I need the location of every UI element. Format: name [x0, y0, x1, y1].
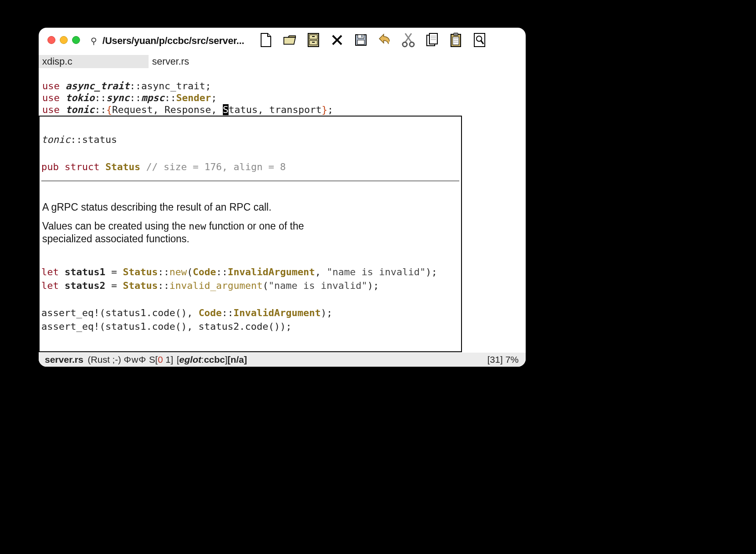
titlebar: ⚲ /Users/yuan/p/ccbc/src/server... — [39, 28, 526, 55]
undo-icon[interactable] — [378, 33, 391, 47]
tab-server-rs[interactable]: server.rs — [149, 55, 197, 68]
svg-rect-7 — [357, 40, 364, 44]
popup-example: let status1 = Status::new(Code::InvalidA… — [41, 265, 459, 333]
svg-rect-17 — [454, 33, 458, 36]
svg-rect-6 — [358, 35, 364, 38]
popup-signature: tonic::status pub struct Status // size … — [41, 133, 459, 178]
zoom-window-button[interactable] — [72, 36, 80, 44]
code-line: use tokio::sync::mpsc::Sender; — [42, 92, 217, 103]
svg-rect-22 — [474, 33, 485, 47]
svg-rect-12 — [429, 33, 437, 44]
modeline-position: [31] 7% — [487, 354, 519, 365]
kill-buffer-icon[interactable] — [331, 33, 344, 47]
svg-rect-3 — [312, 36, 315, 37]
toolbar — [259, 33, 486, 47]
popup-doc: A gRPC status describing the result of a… — [41, 201, 337, 245]
code-line: use tonic::{Request, Response, Status, t… — [42, 104, 333, 115]
tab-xdisp[interactable]: xdisp.c — [39, 55, 149, 68]
code-editor[interactable]: use async_trait::async_trait; use tokio:… — [39, 68, 526, 352]
editor-window: ⚲ /Users/yuan/p/ccbc/src/server... — [39, 28, 526, 367]
modeline-indicator: ΦwΦ — [124, 354, 146, 365]
lsp-hover-popup: tonic::status pub struct Status // size … — [39, 116, 462, 352]
modeline-filename: server.rs — [45, 354, 84, 365]
minimize-window-button[interactable] — [60, 36, 68, 44]
popup-divider — [41, 181, 459, 181]
window-title: /Users/yuan/p/ccbc/src/server... — [102, 35, 244, 47]
search-icon[interactable] — [473, 33, 486, 47]
vc-indicator-icon: ⚲ — [91, 36, 97, 46]
paste-icon[interactable] — [449, 33, 462, 47]
modeline-na: [n/a] — [228, 354, 247, 365]
tab-bar: xdisp.c server.rs — [39, 55, 526, 68]
svg-point-10 — [410, 42, 414, 47]
svg-point-9 — [403, 42, 407, 47]
open-folder-icon[interactable] — [283, 33, 296, 47]
copy-icon[interactable] — [425, 33, 439, 47]
directory-icon[interactable] — [307, 33, 320, 47]
svg-rect-4 — [312, 42, 315, 43]
modeline-eglot: [eglot:ccbc] — [177, 354, 228, 365]
new-file-icon[interactable] — [259, 33, 273, 47]
modeline-flycheck: S[0 1] — [149, 354, 173, 365]
modeline-major-mode: (Rust ;-) — [88, 354, 121, 365]
svg-rect-18 — [453, 37, 459, 45]
close-window-button[interactable] — [47, 36, 55, 44]
cut-icon[interactable] — [402, 33, 415, 47]
modeline[interactable]: server.rs (Rust ;-) ΦwΦ S[0 1] [eglot:cc… — [39, 353, 526, 367]
save-icon[interactable] — [354, 33, 367, 47]
svg-rect-8 — [361, 35, 363, 37]
text-cursor: S — [223, 104, 229, 115]
traffic-lights — [47, 36, 80, 44]
code-line: use async_trait::async_trait; — [42, 80, 211, 91]
